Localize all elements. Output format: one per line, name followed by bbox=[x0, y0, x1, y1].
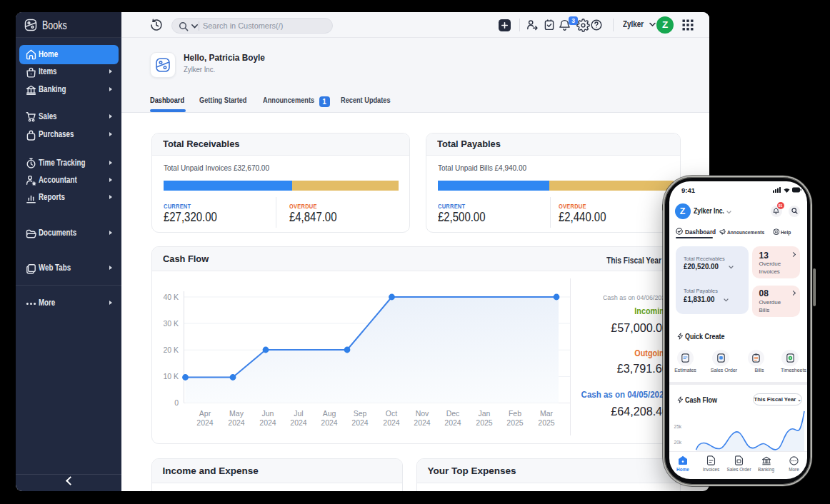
svg-text:Oct: Oct bbox=[386, 409, 397, 418]
svg-text:Jan: Jan bbox=[479, 409, 491, 418]
svg-text:Apr: Apr bbox=[199, 409, 211, 418]
svg-text:0: 0 bbox=[174, 398, 179, 407]
svg-text:2024: 2024 bbox=[228, 418, 245, 427]
svg-text:2024: 2024 bbox=[351, 418, 369, 427]
svg-text:2024: 2024 bbox=[196, 418, 214, 427]
svg-text:Dec: Dec bbox=[446, 409, 460, 418]
svg-text:2024: 2024 bbox=[259, 418, 276, 427]
svg-text:10 K: 10 K bbox=[163, 372, 179, 380]
svg-text:Jul: Jul bbox=[294, 409, 303, 418]
svg-text:2024: 2024 bbox=[383, 418, 400, 427]
svg-text:Mar: Mar bbox=[540, 409, 554, 418]
svg-text:2025: 2025 bbox=[538, 418, 555, 427]
svg-text:Feb: Feb bbox=[509, 409, 521, 418]
svg-text:Sep: Sep bbox=[354, 409, 367, 418]
svg-text:40 K: 40 K bbox=[163, 293, 179, 301]
svg-text:2024: 2024 bbox=[444, 418, 461, 427]
svg-text:May: May bbox=[229, 409, 244, 418]
svg-text:30 K: 30 K bbox=[163, 319, 179, 328]
svg-text:Aug: Aug bbox=[323, 409, 336, 418]
svg-text:2025: 2025 bbox=[506, 418, 524, 427]
svg-text:2024: 2024 bbox=[321, 418, 338, 427]
svg-text:2024: 2024 bbox=[414, 418, 431, 427]
svg-text:2024: 2024 bbox=[290, 418, 307, 427]
svg-text:Nov: Nov bbox=[416, 409, 429, 418]
svg-text:2025: 2025 bbox=[476, 418, 493, 427]
svg-text:20 K: 20 K bbox=[163, 346, 179, 354]
svg-text:Jun: Jun bbox=[262, 409, 274, 418]
